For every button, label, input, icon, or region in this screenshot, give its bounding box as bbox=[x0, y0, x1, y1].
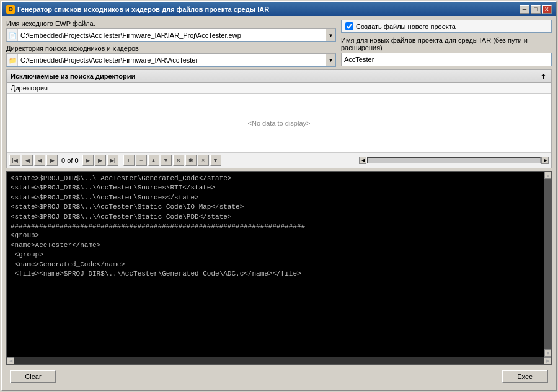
excluded-header-title: Исключаемые из поиска директории bbox=[11, 72, 135, 80]
exec-button[interactable]: Exec bbox=[502, 370, 548, 383]
vscroll-up-btn[interactable]: ▲ bbox=[544, 172, 551, 179]
titlebar-controls[interactable]: ─ □ ✕ bbox=[520, 5, 552, 14]
tb-remove-btn[interactable]: − bbox=[136, 155, 147, 166]
new-project-input[interactable]: AccTester bbox=[341, 53, 552, 66]
close-button[interactable]: ✕ bbox=[542, 5, 552, 14]
new-project-label: Имя для новых файлов проекта для среды I… bbox=[341, 37, 552, 51]
tb-prev-btn[interactable]: ◀ bbox=[22, 155, 33, 166]
create-files-checkbox-row: Создать файлы нового проекта bbox=[341, 20, 552, 33]
ewp-input-row: 📄 C:\Embedded\Projects\AccTester\Firmwar… bbox=[6, 28, 336, 42]
titlebar-left: ⚙ Генератор списков исходников и хидеров… bbox=[6, 5, 269, 14]
ewp-path-text[interactable]: C:\Embedded\Projects\AccTester\Firmware_… bbox=[18, 30, 326, 40]
output-text[interactable]: <state>$PROJ_DIR$\..\ AccTester\Generate… bbox=[7, 172, 544, 357]
tb-star-btn[interactable]: ✱ bbox=[185, 155, 197, 166]
ewp-label: Имя исходного EWP файла. bbox=[6, 20, 336, 27]
tb-next-prev-btn[interactable]: ◀ bbox=[34, 155, 45, 166]
create-files-checkbox[interactable] bbox=[345, 22, 353, 30]
page-indicator: 0 of 0 bbox=[59, 157, 81, 164]
tb-first-btn[interactable]: |◀ bbox=[9, 155, 20, 166]
create-files-label: Создать файлы нового проекта bbox=[356, 23, 456, 30]
tb-last-btn[interactable]: ▶| bbox=[107, 155, 118, 166]
output-wrapper: <state>$PROJ_DIR$\..\ AccTester\Generate… bbox=[7, 172, 551, 357]
minimize-button[interactable]: ─ bbox=[520, 5, 529, 14]
dir-path-text[interactable]: C:\Embedded\Projects\AccTester\Firmware_… bbox=[18, 55, 326, 65]
main-content: Имя исходного EWP файла. 📄 C:\Embedded\P… bbox=[2, 16, 556, 390]
left-panel: Имя исходного EWP файла. 📄 C:\Embedded\P… bbox=[6, 20, 336, 67]
dir-dropdown-arrow[interactable]: ▼ bbox=[326, 54, 335, 66]
tb-next-btn[interactable]: ▶ bbox=[82, 155, 94, 166]
clear-button[interactable]: Clear bbox=[10, 370, 56, 383]
output-section: <state>$PROJ_DIR$\..\ AccTester\Generate… bbox=[6, 171, 552, 365]
hscroll-track[interactable] bbox=[367, 157, 541, 163]
collapse-icon[interactable]: ⬆ bbox=[539, 72, 547, 81]
output-vscrollbar[interactable]: ▲ ▼ bbox=[544, 172, 551, 357]
dir-field-group: Директория поиска исходников и хидеров 📁… bbox=[6, 45, 336, 67]
titlebar: ⚙ Генератор списков исходников и хидеров… bbox=[2, 2, 556, 16]
main-window: ⚙ Генератор списков исходников и хидеров… bbox=[1, 1, 557, 391]
maximize-button[interactable]: □ bbox=[531, 5, 541, 14]
bottom-bar: Clear Exec bbox=[6, 367, 552, 386]
hscroll-right-btn[interactable]: ▶ bbox=[541, 157, 549, 164]
tb-filter-btn[interactable]: ▼ bbox=[210, 155, 221, 166]
output-hscroll-right[interactable]: ▶ bbox=[544, 357, 551, 365]
tb-cancel-btn[interactable]: ✕ bbox=[173, 155, 184, 166]
vscroll-down-btn[interactable]: ▼ bbox=[544, 349, 551, 357]
output-hscroll-left[interactable]: ◀ bbox=[7, 357, 14, 365]
ewp-field-group: Имя исходного EWP файла. 📄 C:\Embedded\P… bbox=[6, 20, 336, 42]
tb-next2-btn[interactable]: ▶ bbox=[95, 155, 106, 166]
output-hscrollbar[interactable]: ◀ ▶ bbox=[7, 357, 551, 364]
vscroll-track[interactable] bbox=[544, 179, 551, 349]
dir-label: Директория поиска исходников и хидеров bbox=[6, 45, 336, 52]
excluded-section: Исключаемые из поиска директории ⬆ Дирек… bbox=[6, 69, 552, 168]
right-panel: Создать файлы нового проекта Имя для нов… bbox=[341, 20, 552, 67]
dir-folder-icon: 📁 bbox=[7, 54, 18, 66]
tb-page-btn[interactable]: ▶ bbox=[46, 155, 58, 166]
tb-asterisk-btn[interactable]: ✴ bbox=[198, 155, 209, 166]
tb-down-btn[interactable]: ▼ bbox=[161, 155, 172, 166]
app-icon: ⚙ bbox=[6, 5, 15, 14]
hscroll-left-btn[interactable]: ◀ bbox=[359, 157, 366, 164]
top-section: Имя исходного EWP файла. 📄 C:\Embedded\P… bbox=[6, 20, 552, 67]
ewp-dropdown-arrow[interactable]: ▼ bbox=[326, 29, 335, 41]
window-title: Генератор списков исходников и хидеров д… bbox=[17, 6, 269, 13]
new-project-field-group: Имя для новых файлов проекта для среды I… bbox=[341, 37, 552, 66]
table-col-header: Директория bbox=[7, 83, 551, 94]
excluded-header: Исключаемые из поиска директории ⬆ bbox=[7, 70, 551, 83]
tb-add-btn[interactable]: + bbox=[123, 155, 135, 166]
ewp-file-icon: 📄 bbox=[7, 29, 18, 41]
dir-input-row: 📁 C:\Embedded\Projects\AccTester\Firmwar… bbox=[6, 53, 336, 67]
tb-up-btn[interactable]: ▲ bbox=[148, 155, 159, 166]
excluded-table-body: <No data to display> bbox=[7, 94, 551, 152]
toolbar-row: |◀ ◀ ◀ ▶ 0 of 0 ▶ ▶ ▶| + − ▲ ▼ ✕ ✱ ✴ ▼ bbox=[7, 152, 551, 168]
no-data-text: <No data to display> bbox=[248, 120, 311, 127]
